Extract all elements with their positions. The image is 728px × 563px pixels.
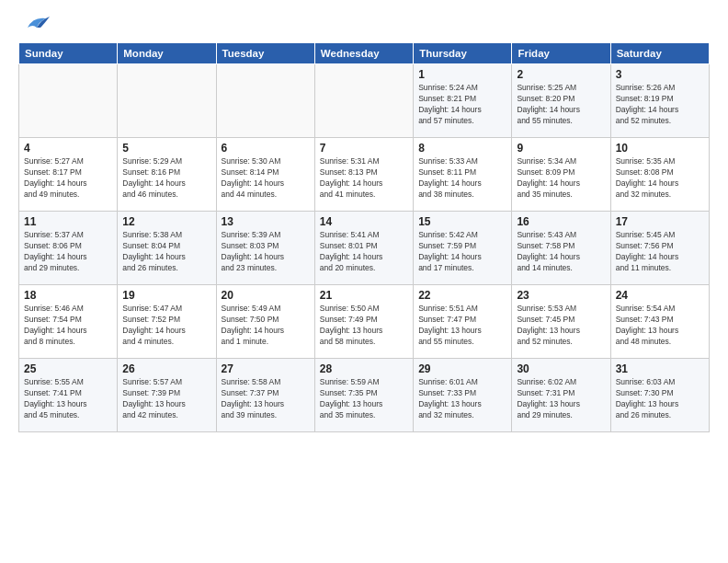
calendar-cell: 9Sunrise: 5:34 AMSunset: 8:09 PMDaylight… — [512, 138, 610, 212]
day-number: 6 — [222, 142, 310, 155]
day-info: Sunrise: 6:02 AMSunset: 7:31 PMDaylight:… — [517, 377, 605, 421]
day-number: 10 — [616, 142, 704, 155]
calendar-cell: 12Sunrise: 5:38 AMSunset: 8:04 PMDayligh… — [118, 212, 216, 285]
day-number: 17 — [616, 215, 704, 228]
calendar-cell: 15Sunrise: 5:42 AMSunset: 7:59 PMDayligh… — [414, 212, 512, 285]
day-info: Sunrise: 5:30 AMSunset: 8:14 PMDaylight:… — [222, 156, 310, 201]
day-info: Sunrise: 5:31 AMSunset: 8:13 PMDaylight:… — [320, 156, 408, 201]
day-number: 7 — [320, 142, 408, 155]
day-info: Sunrise: 5:25 AMSunset: 8:20 PMDaylight:… — [517, 83, 605, 127]
weekday-header-wednesday: Wednesday — [314, 43, 413, 64]
calendar-cell: 3Sunrise: 5:26 AMSunset: 8:19 PMDaylight… — [610, 64, 709, 138]
day-info: Sunrise: 5:42 AMSunset: 7:59 PMDaylight:… — [418, 230, 506, 274]
weekday-header-saturday: Saturday — [610, 43, 709, 64]
day-number: 19 — [122, 289, 210, 302]
day-number: 3 — [616, 68, 704, 81]
calendar-cell: 26Sunrise: 5:57 AMSunset: 7:39 PMDayligh… — [118, 359, 216, 432]
calendar-cell: 17Sunrise: 5:45 AMSunset: 7:56 PMDayligh… — [610, 212, 709, 285]
day-info: Sunrise: 5:27 AMSunset: 8:17 PMDaylight:… — [24, 156, 112, 201]
day-number: 11 — [24, 215, 112, 228]
calendar-cell: 1Sunrise: 5:24 AMSunset: 8:21 PMDaylight… — [414, 64, 512, 138]
weekday-header-sunday: Sunday — [19, 43, 118, 64]
day-number: 4 — [24, 142, 112, 155]
calendar-cell — [216, 64, 314, 138]
day-number: 13 — [222, 215, 310, 228]
day-info: Sunrise: 5:59 AMSunset: 7:35 PMDaylight:… — [320, 377, 408, 421]
calendar-cell: 19Sunrise: 5:47 AMSunset: 7:52 PMDayligh… — [118, 285, 216, 359]
day-info: Sunrise: 5:29 AMSunset: 8:16 PMDaylight:… — [122, 156, 210, 201]
calendar-cell: 31Sunrise: 6:03 AMSunset: 7:30 PMDayligh… — [610, 359, 709, 432]
day-number: 12 — [122, 215, 210, 228]
calendar-week-2: 4Sunrise: 5:27 AMSunset: 8:17 PMDaylight… — [19, 138, 710, 212]
calendar-cell: 18Sunrise: 5:46 AMSunset: 7:54 PMDayligh… — [19, 285, 118, 359]
day-info: Sunrise: 5:55 AMSunset: 7:41 PMDaylight:… — [24, 377, 112, 421]
day-info: Sunrise: 5:54 AMSunset: 7:43 PMDaylight:… — [616, 304, 704, 348]
calendar-cell — [19, 64, 118, 138]
day-info: Sunrise: 5:35 AMSunset: 8:08 PMDaylight:… — [616, 156, 704, 201]
calendar-cell: 25Sunrise: 5:55 AMSunset: 7:41 PMDayligh… — [19, 359, 118, 432]
calendar-cell — [314, 64, 413, 138]
day-number: 22 — [418, 289, 506, 302]
calendar-cell: 27Sunrise: 5:58 AMSunset: 7:37 PMDayligh… — [216, 359, 314, 432]
day-number: 25 — [24, 362, 112, 375]
day-number: 29 — [418, 362, 506, 375]
header — [18, 15, 710, 35]
calendar-cell: 22Sunrise: 5:51 AMSunset: 7:47 PMDayligh… — [414, 285, 512, 359]
day-info: Sunrise: 5:51 AMSunset: 7:47 PMDaylight:… — [418, 304, 506, 348]
calendar-cell: 30Sunrise: 6:02 AMSunset: 7:31 PMDayligh… — [512, 359, 610, 432]
day-number: 24 — [616, 289, 704, 302]
calendar-cell: 29Sunrise: 6:01 AMSunset: 7:33 PMDayligh… — [414, 359, 512, 432]
calendar-cell: 4Sunrise: 5:27 AMSunset: 8:17 PMDaylight… — [19, 138, 118, 212]
calendar-week-3: 11Sunrise: 5:37 AMSunset: 8:06 PMDayligh… — [19, 212, 710, 285]
day-number: 26 — [122, 362, 210, 375]
day-info: Sunrise: 5:53 AMSunset: 7:45 PMDaylight:… — [517, 304, 605, 348]
calendar-cell: 24Sunrise: 5:54 AMSunset: 7:43 PMDayligh… — [610, 285, 709, 359]
weekday-header-friday: Friday — [512, 43, 610, 64]
day-info: Sunrise: 5:45 AMSunset: 7:56 PMDaylight:… — [616, 230, 704, 274]
day-number: 27 — [222, 362, 310, 375]
day-number: 1 — [418, 68, 506, 81]
calendar-cell: 16Sunrise: 5:43 AMSunset: 7:58 PMDayligh… — [512, 212, 610, 285]
calendar-week-1: 1Sunrise: 5:24 AMSunset: 8:21 PMDaylight… — [19, 64, 710, 138]
day-number: 14 — [320, 215, 408, 228]
day-number: 15 — [418, 215, 506, 228]
calendar-cell: 13Sunrise: 5:39 AMSunset: 8:03 PMDayligh… — [216, 212, 314, 285]
day-info: Sunrise: 5:34 AMSunset: 8:09 PMDaylight:… — [517, 156, 605, 201]
day-number: 31 — [616, 362, 704, 375]
calendar-cell: 21Sunrise: 5:50 AMSunset: 7:49 PMDayligh… — [314, 285, 413, 359]
calendar-cell: 11Sunrise: 5:37 AMSunset: 8:06 PMDayligh… — [19, 212, 118, 285]
calendar-cell: 28Sunrise: 5:59 AMSunset: 7:35 PMDayligh… — [314, 359, 413, 432]
day-number: 2 — [517, 68, 605, 81]
day-info: Sunrise: 5:41 AMSunset: 8:01 PMDaylight:… — [320, 230, 408, 274]
page: SundayMondayTuesdayWednesdayThursdayFrid… — [0, 0, 728, 442]
day-number: 18 — [24, 289, 112, 302]
day-number: 8 — [418, 142, 506, 155]
calendar-cell: 7Sunrise: 5:31 AMSunset: 8:13 PMDaylight… — [314, 138, 413, 212]
calendar-week-4: 18Sunrise: 5:46 AMSunset: 7:54 PMDayligh… — [19, 285, 710, 359]
day-number: 16 — [517, 215, 605, 228]
calendar: SundayMondayTuesdayWednesdayThursdayFrid… — [18, 42, 710, 432]
day-info: Sunrise: 5:33 AMSunset: 8:11 PMDaylight:… — [418, 156, 506, 201]
day-info: Sunrise: 5:26 AMSunset: 8:19 PMDaylight:… — [616, 83, 704, 127]
day-info: Sunrise: 5:46 AMSunset: 7:54 PMDaylight:… — [24, 304, 112, 348]
weekday-header-thursday: Thursday — [414, 43, 512, 64]
calendar-cell: 6Sunrise: 5:30 AMSunset: 8:14 PMDaylight… — [216, 138, 314, 212]
day-info: Sunrise: 6:01 AMSunset: 7:33 PMDaylight:… — [418, 377, 506, 421]
calendar-cell: 2Sunrise: 5:25 AMSunset: 8:20 PMDaylight… — [512, 64, 610, 138]
day-number: 9 — [517, 142, 605, 155]
day-number: 23 — [517, 289, 605, 302]
logo — [18, 15, 50, 35]
calendar-cell — [118, 64, 216, 138]
day-info: Sunrise: 5:43 AMSunset: 7:58 PMDaylight:… — [517, 230, 605, 274]
calendar-cell: 20Sunrise: 5:49 AMSunset: 7:50 PMDayligh… — [216, 285, 314, 359]
day-info: Sunrise: 5:38 AMSunset: 8:04 PMDaylight:… — [122, 230, 210, 274]
calendar-cell: 14Sunrise: 5:41 AMSunset: 8:01 PMDayligh… — [314, 212, 413, 285]
day-info: Sunrise: 5:47 AMSunset: 7:52 PMDaylight:… — [122, 304, 210, 348]
day-info: Sunrise: 5:50 AMSunset: 7:49 PMDaylight:… — [320, 304, 408, 348]
calendar-header-row: SundayMondayTuesdayWednesdayThursdayFrid… — [19, 43, 710, 64]
calendar-cell: 23Sunrise: 5:53 AMSunset: 7:45 PMDayligh… — [512, 285, 610, 359]
calendar-cell: 5Sunrise: 5:29 AMSunset: 8:16 PMDaylight… — [118, 138, 216, 212]
day-number: 30 — [517, 362, 605, 375]
day-number: 21 — [320, 289, 408, 302]
day-number: 28 — [320, 362, 408, 375]
